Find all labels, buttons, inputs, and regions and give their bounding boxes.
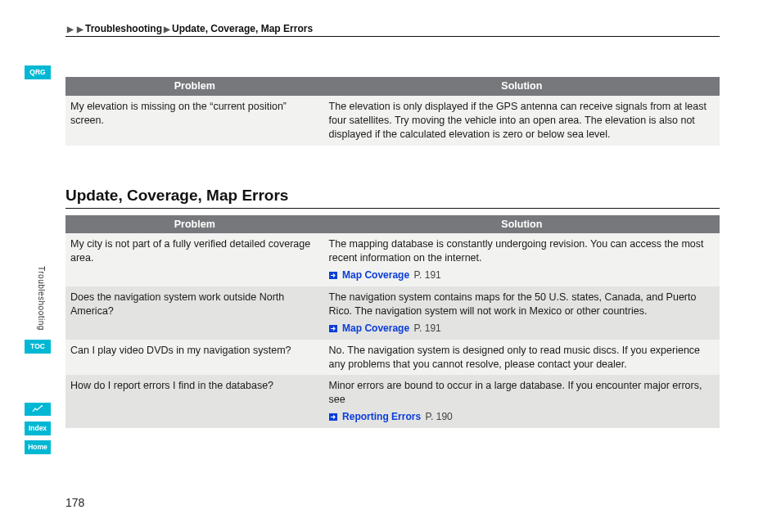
- col-header-problem: Problem: [65, 77, 324, 96]
- cell-solution: Minor errors are bound to occur in a lar…: [324, 375, 720, 428]
- arrow-right-icon: ▶: [67, 25, 74, 34]
- breadcrumb-level-1[interactable]: Troubleshooting: [85, 23, 162, 34]
- section-tab-troubleshooting[interactable]: Troubleshooting: [37, 266, 46, 331]
- xref-link-reporting-errors[interactable]: Reporting Errors: [342, 411, 421, 422]
- col-header-solution: Solution: [324, 215, 720, 234]
- solution-text: Minor errors are bound to occur in a lar…: [329, 380, 702, 405]
- table-row: Does the navigation system work outside …: [65, 286, 720, 340]
- page-content: Problem Solution My elevation is missing…: [65, 77, 720, 428]
- table-row: My city is not part of a fully verified …: [65, 233, 720, 286]
- section-rule: [65, 208, 720, 209]
- xref-arrow-icon: [329, 272, 337, 279]
- breadcrumb: ▶ ▶ Troubleshooting ▶ Update, Coverage, …: [65, 23, 313, 34]
- cell-solution: No. The navigation system is designed on…: [324, 340, 720, 376]
- section-heading-update-coverage-map-errors: Update, Coverage, Map Errors: [65, 187, 720, 205]
- cell-problem: My city is not part of a fully verified …: [65, 233, 324, 286]
- page-number: 178: [65, 496, 84, 509]
- index-button[interactable]: Index: [25, 422, 51, 435]
- cell-problem: My elevation is missing on the “current …: [65, 96, 324, 146]
- voice-icon: [32, 404, 43, 414]
- col-header-problem: Problem: [65, 215, 324, 234]
- qrg-button[interactable]: QRG: [25, 65, 51, 79]
- solution-text: The navigation system contains maps for …: [329, 291, 697, 317]
- table-row: Can I play video DVDs in my navigation s…: [65, 340, 720, 376]
- svg-point-0: [41, 405, 43, 407]
- solution-text: The mapping database is constantly under…: [329, 238, 704, 264]
- troubleshooting-table-elevation: Problem Solution My elevation is missing…: [65, 77, 720, 146]
- xref-link-map-coverage[interactable]: Map Coverage: [342, 322, 409, 334]
- troubleshooting-table-update-coverage: Problem Solution My city is not part of …: [65, 215, 720, 429]
- cell-problem: How do I report errors I find in the dat…: [65, 375, 324, 428]
- cell-problem: Does the navigation system work outside …: [65, 286, 324, 340]
- xref-arrow-icon: [329, 325, 337, 332]
- cell-solution: The navigation system contains maps for …: [324, 286, 720, 340]
- table-row: My elevation is missing on the “current …: [65, 96, 720, 146]
- cell-problem: Can I play video DVDs in my navigation s…: [65, 340, 324, 376]
- table-row: How do I report errors I find in the dat…: [65, 375, 720, 428]
- col-header-solution: Solution: [324, 77, 720, 96]
- arrow-right-icon: ▶: [164, 25, 170, 34]
- cell-solution: The elevation is only displayed if the G…: [324, 96, 720, 146]
- breadcrumb-rule: [65, 36, 720, 37]
- toc-button[interactable]: TOC: [25, 340, 51, 354]
- home-button[interactable]: Home: [25, 440, 51, 454]
- xref-page: P. 191: [414, 322, 441, 334]
- xref-page: P. 191: [414, 269, 441, 281]
- breadcrumb-level-2[interactable]: Update, Coverage, Map Errors: [172, 23, 313, 34]
- cell-solution: The mapping database is constantly under…: [324, 233, 720, 286]
- arrow-right-icon: ▶: [77, 25, 84, 34]
- xref-link-map-coverage[interactable]: Map Coverage: [342, 269, 409, 281]
- xref-arrow-icon: [329, 413, 337, 421]
- voice-button[interactable]: [25, 403, 51, 416]
- xref-page: P. 190: [426, 411, 453, 422]
